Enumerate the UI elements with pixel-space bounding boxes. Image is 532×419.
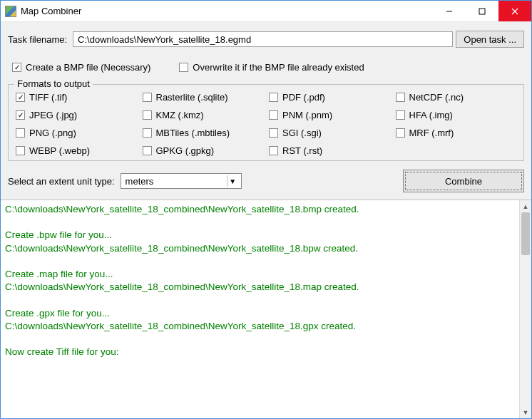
open-task-button[interactable]: Open task ... [456,31,524,48]
format-option[interactable]: MRF (.mrf) [396,128,517,138]
checkbox-icon [143,93,152,102]
close-button[interactable] [498,1,531,21]
overwrite-option[interactable]: Overwrite it if the BMP file already exi… [179,62,364,73]
checkbox-icon [269,93,278,102]
app-window: Map Combiner Task filename: Open task ..… [0,0,532,419]
checkbox-icon [12,63,21,72]
combine-button[interactable]: Combine [403,170,524,192]
format-option[interactable]: SGI (.sgi) [269,128,390,138]
chevron-down-icon: ▼ [227,175,238,187]
controls-panel: Task filename: Open task ... Create a BM… [1,22,531,200]
format-label: SGI (.sgi) [282,128,322,138]
extent-label: Select an extent unit type: [8,176,115,187]
format-option[interactable]: TIFF (.tif) [16,92,137,103]
extent-value: meters [126,176,154,187]
checkbox-icon [16,110,25,120]
format-label: WEBP (.webp) [29,145,90,156]
format-option[interactable]: PDF (.pdf) [269,92,390,103]
format-label: JPEG (.jpg) [29,110,77,120]
format-label: PNG (.png) [29,128,76,138]
checkbox-icon [269,146,278,155]
checkbox-icon [269,128,278,138]
checkbox-icon [396,93,405,102]
checkbox-icon [396,110,405,120]
minimize-icon [446,8,453,15]
format-option[interactable]: WEBP (.webp) [16,145,137,156]
format-label: TIFF (.tif) [29,92,67,103]
create-bmp-option[interactable]: Create a BMP file (Necessary) [12,62,150,73]
extent-row: Select an extent unit type: meters ▼ Com… [8,170,524,192]
format-label: PNM (.pnm) [282,110,332,120]
formats-grid: TIFF (.tif)Rasterlite (.sqlite)PDF (.pdf… [16,92,516,156]
format-label: RST (.rst) [282,145,322,156]
task-filename-label: Task filename: [8,34,67,45]
format-option[interactable]: RST (.rst) [269,145,390,156]
checkbox-icon [269,110,278,120]
log-area: C:\downloads\NewYork_satellite_18_combin… [1,200,531,418]
format-label: NetCDF (.nc) [409,92,464,103]
extent-select[interactable]: meters ▼ [121,173,242,189]
format-label: HFA (.img) [409,110,453,120]
close-icon [511,8,518,15]
scroll-down-button[interactable]: ▼ [520,406,531,418]
window-controls [433,1,531,21]
format-label: Rasterlite (.sqlite) [156,92,228,103]
format-option[interactable]: GPKG (.gpkg) [143,145,264,156]
checkbox-icon [179,63,188,72]
titlebar: Map Combiner [1,1,531,22]
formats-fieldset: Formats to output TIFF (.tif)Rasterlite … [8,84,524,161]
svg-rect-1 [479,9,485,14]
format-label: GPKG (.gpkg) [156,145,215,156]
maximize-button[interactable] [466,1,498,21]
vertical-scrollbar[interactable]: ▲ ▼ [519,200,531,418]
create-bmp-label: Create a BMP file (Necessary) [26,62,150,73]
format-option[interactable]: PNM (.pnm) [269,110,390,120]
overwrite-label: Overwrite it if the BMP file already exi… [193,62,364,73]
scroll-up-button[interactable]: ▲ [520,200,531,212]
checkbox-icon [16,146,25,155]
format-option[interactable]: JPEG (.jpg) [16,110,137,120]
format-option[interactable]: HFA (.img) [396,110,517,120]
format-label: MRF (.mrf) [409,128,454,138]
content-area: Task filename: Open task ... Create a BM… [1,22,531,418]
format-option[interactable]: Rasterlite (.sqlite) [143,92,264,103]
minimize-button[interactable] [433,1,466,21]
log-output: C:\downloads\NewYork_satellite_18_combin… [1,200,519,418]
checkbox-icon [143,110,152,120]
task-filename-row: Task filename: Open task ... [8,31,524,48]
format-option[interactable]: PNG (.png) [16,128,137,138]
format-label: PDF (.pdf) [282,92,325,103]
format-label: MBTiles (.mbtiles) [156,128,230,138]
format-label: KMZ (.kmz) [156,110,204,120]
scroll-track[interactable] [520,212,531,406]
checkbox-icon [143,146,152,155]
scroll-thumb[interactable] [521,212,530,255]
window-title: Map Combiner [21,6,433,16]
maximize-icon [479,8,486,15]
checkbox-icon [396,128,405,138]
checkbox-icon [143,128,152,138]
checkbox-icon [16,93,25,102]
format-option[interactable]: KMZ (.kmz) [143,110,264,120]
checkbox-icon [16,128,25,138]
format-option[interactable]: MBTiles (.mbtiles) [143,128,264,138]
formats-legend: Formats to output [14,78,93,89]
app-icon [5,6,16,17]
task-filename-input[interactable] [73,31,453,47]
format-option[interactable]: NetCDF (.nc) [396,92,517,103]
